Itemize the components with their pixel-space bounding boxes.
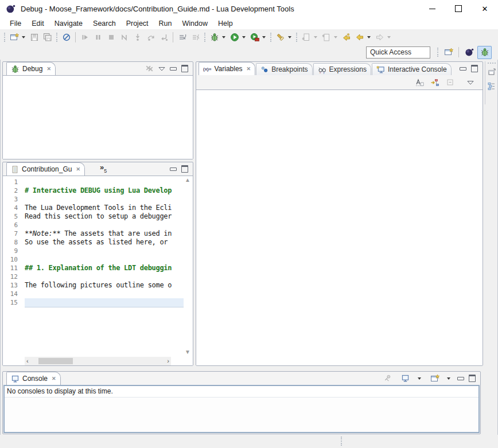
tab-close-icon[interactable]: ✕ <box>46 66 51 72</box>
scroll-up-icon[interactable]: ▲ <box>185 177 190 183</box>
run-button[interactable] <box>228 30 241 44</box>
editor-line-1[interactable] <box>25 178 184 186</box>
editor-line-2[interactable]: # Interactive DEBUG using Lua Develop <box>25 186 184 195</box>
next-annotation-dropdown-arrow[interactable] <box>314 36 317 38</box>
debug-perspective-button[interactable] <box>477 46 492 59</box>
save-all-button[interactable] <box>41 30 54 44</box>
pin-console-button[interactable] <box>381 372 394 385</box>
lua-perspective-button[interactable] <box>462 46 476 59</box>
forward-dropdown-arrow[interactable] <box>387 36 391 38</box>
forward-button[interactable] <box>373 30 386 44</box>
status-drag-grip[interactable] <box>341 437 342 446</box>
external-tools-dropdown-arrow[interactable] <box>262 36 266 38</box>
resume-button[interactable] <box>78 30 91 44</box>
editor-line-15[interactable] <box>25 298 184 307</box>
editor-line-12[interactable] <box>25 272 184 281</box>
tab-interactive-console[interactable]: Interactive Console <box>372 63 452 75</box>
tab-expressions[interactable]: Expressions <box>313 63 371 75</box>
skip-all-breakpoints-button[interactable] <box>60 30 73 44</box>
show-logical-structure-button[interactable] <box>428 76 441 89</box>
search-dropdown-arrow[interactable] <box>288 36 291 38</box>
menu-help[interactable]: Help <box>213 18 238 29</box>
step-over-button[interactable] <box>144 30 157 44</box>
editor-line-6[interactable] <box>25 221 184 229</box>
display-console-dropdown-arrow[interactable] <box>418 377 421 380</box>
tab-breakpoints[interactable]: Breakpoints <box>256 63 312 75</box>
open-console-button[interactable] <box>428 372 441 385</box>
search-button[interactable] <box>274 30 287 44</box>
editor-line-10[interactable] <box>25 255 184 264</box>
variables-view-content[interactable] <box>196 89 483 365</box>
toolbar-drag-grip[interactable] <box>437 48 438 57</box>
window-close-button[interactable]: ✕ <box>472 0 498 17</box>
tab-contribution-guide[interactable]: Contribution_Gu ✕ <box>6 162 85 176</box>
debug-dropdown-arrow[interactable] <box>222 36 225 38</box>
tab-variables[interactable]: (x)= Variables ✕ <box>199 62 255 75</box>
more-editors-chevron[interactable]: » 5 <box>100 165 107 174</box>
tab-close-icon[interactable]: ✕ <box>52 376 56 381</box>
remove-all-terminated-button[interactable] <box>145 64 154 73</box>
view-menu-icon[interactable] <box>158 67 165 71</box>
view-minimize-button[interactable] <box>170 67 177 71</box>
toolbar-drag-grip[interactable] <box>4 33 5 42</box>
menu-project[interactable]: Project <box>121 18 154 29</box>
tab-close-icon[interactable]: ✕ <box>76 166 80 172</box>
toolbar-drag-grip[interactable] <box>204 33 205 42</box>
next-annotation-button[interactable] <box>299 30 313 44</box>
editor-horizontal-scrollbar[interactable]: ‹ › <box>25 357 171 365</box>
step-into-button[interactable] <box>131 30 144 44</box>
view-minimize-button[interactable] <box>457 377 464 380</box>
editor-line-7[interactable]: **Note:** The assets that are used in <box>25 229 184 238</box>
window-minimize-button[interactable] <box>419 0 445 17</box>
editor-line-13[interactable]: The following pictures outline some o <box>25 281 184 290</box>
view-minimize-button[interactable] <box>460 67 466 71</box>
drop-to-frame-button[interactable] <box>176 30 189 44</box>
toolbar-drag-grip[interactable] <box>270 33 271 42</box>
disconnect-button[interactable] <box>118 30 131 44</box>
menu-file[interactable]: File <box>5 18 26 29</box>
view-maximize-button[interactable] <box>471 65 478 72</box>
outline-view-button[interactable] <box>486 81 497 91</box>
console-content[interactable]: No consoles to display at this time. <box>3 385 480 433</box>
back-dropdown-arrow[interactable] <box>367 36 371 38</box>
trim-drag-grip[interactable] <box>488 63 496 64</box>
toolbar-drag-grip[interactable] <box>56 33 57 42</box>
scroll-down-icon[interactable]: ▼ <box>185 349 190 355</box>
editor-line-8[interactable]: So use the assets as listed here, or <box>25 238 184 247</box>
window-maximize-button[interactable] <box>445 0 472 17</box>
view-menu-icon[interactable] <box>464 76 477 89</box>
open-console-dropdown-arrow[interactable] <box>447 377 450 380</box>
debug-button[interactable] <box>208 30 221 44</box>
new-dropdown-arrow[interactable] <box>22 36 25 38</box>
scroll-left-icon[interactable]: ‹ <box>25 358 30 364</box>
new-wizard-button[interactable] <box>7 30 21 44</box>
menu-run[interactable]: Run <box>154 18 177 29</box>
back-button[interactable] <box>353 30 366 44</box>
menu-edit[interactable]: Edit <box>26 18 49 29</box>
menu-search[interactable]: Search <box>88 18 121 29</box>
editor-line-11[interactable]: ## 1. Explanation of the LDT debuggin <box>25 264 184 272</box>
run-dropdown-arrow[interactable] <box>242 36 246 38</box>
previous-annotation-dropdown-arrow[interactable] <box>334 36 337 38</box>
display-selected-console-button[interactable] <box>399 372 412 385</box>
tab-close-icon[interactable]: ✕ <box>247 66 251 72</box>
view-minimize-button[interactable] <box>170 167 177 171</box>
restore-view-button[interactable] <box>486 67 497 77</box>
use-step-filters-button[interactable] <box>189 30 202 44</box>
save-button[interactable] <box>28 30 41 44</box>
view-maximize-button[interactable] <box>181 165 188 173</box>
debug-view-content[interactable] <box>3 75 193 159</box>
scrollbar-thumb[interactable] <box>38 358 73 364</box>
editor-lines[interactable]: # Interactive DEBUG using Lua DevelopThe… <box>25 176 184 357</box>
editor-line-14[interactable] <box>25 290 184 298</box>
editor-line-5[interactable]: Read this section to setup a debugger <box>25 212 184 221</box>
tab-debug[interactable]: Debug ✕ <box>6 62 56 75</box>
editor-content[interactable]: 123456789101112131415 # Interactive DEBU… <box>3 176 193 365</box>
view-maximize-button[interactable] <box>469 375 476 382</box>
menu-window[interactable]: Window <box>177 18 213 29</box>
toolbar-drag-grip[interactable] <box>296 33 297 42</box>
view-maximize-button[interactable] <box>181 65 188 72</box>
previous-annotation-button[interactable] <box>320 30 333 44</box>
suspend-button[interactable] <box>91 30 104 44</box>
editor-vertical-scrollbar[interactable]: ▲ ▼ <box>184 176 192 356</box>
